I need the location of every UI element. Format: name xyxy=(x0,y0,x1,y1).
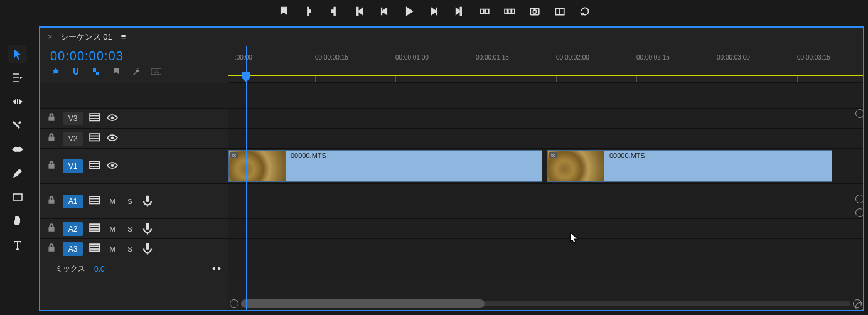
toggle-output-icon[interactable] xyxy=(89,133,100,144)
clip[interactable]: fx00000.MTS xyxy=(547,150,832,182)
lock-icon[interactable] xyxy=(46,112,56,125)
close-tab-button[interactable]: × xyxy=(48,32,53,41)
track-header-v3[interactable]: V3 xyxy=(40,108,228,128)
mix-label: ミックス xyxy=(55,264,85,274)
razor-tool[interactable] xyxy=(8,117,27,134)
linked-selection-icon[interactable] xyxy=(90,66,102,77)
track-height-handle[interactable] xyxy=(855,208,863,217)
lock-icon[interactable] xyxy=(46,243,56,255)
fx-badge-icon[interactable]: fx xyxy=(549,152,557,158)
eye-icon[interactable] xyxy=(107,113,118,124)
current-timecode[interactable]: 00:00:00:03 xyxy=(50,49,218,63)
snap-icon[interactable] xyxy=(70,66,82,77)
toggle-output-icon[interactable] xyxy=(89,243,100,255)
clip[interactable]: fx00000.MTS xyxy=(228,150,542,182)
tracks-area[interactable]: :00:0000:00:00:1500:00:01:0000:00:01:150… xyxy=(228,46,863,310)
zoom-out-handle[interactable] xyxy=(230,299,238,308)
voiceover-icon[interactable] xyxy=(142,243,153,255)
sequence-tab-label[interactable]: シーケンス 01 xyxy=(60,31,112,43)
hand-tool[interactable] xyxy=(8,212,27,230)
track-header-a1[interactable]: A1 M S xyxy=(40,183,228,218)
mark-in-button[interactable] xyxy=(303,5,315,18)
mark-out-button[interactable] xyxy=(328,5,340,18)
voiceover-icon[interactable] xyxy=(142,196,153,207)
add-marker-button[interactable] xyxy=(277,5,290,18)
step-forward-button[interactable] xyxy=(428,5,441,18)
toggle-output-icon[interactable] xyxy=(89,161,100,172)
mix-volume[interactable]: 0.0 xyxy=(94,265,105,274)
lock-icon[interactable] xyxy=(46,223,56,235)
track-label[interactable]: V3 xyxy=(63,112,83,125)
loop-button[interactable] xyxy=(579,5,591,18)
mute-button[interactable]: M xyxy=(107,223,118,235)
settings-wrench-icon[interactable] xyxy=(131,66,142,77)
nest-sequence-icon[interactable] xyxy=(50,66,62,77)
pen-tool[interactable] xyxy=(8,164,27,182)
track-header-a2[interactable]: A2 M S xyxy=(40,218,228,238)
track-row-v1[interactable]: fx00000.MTSfx00000.MTS xyxy=(228,148,863,183)
track-row-v2[interactable] xyxy=(228,128,863,148)
voiceover-icon[interactable] xyxy=(142,223,153,235)
track-height-handle[interactable] xyxy=(855,109,863,118)
track-label[interactable]: A2 xyxy=(63,222,83,236)
track-header-a3[interactable]: A3 M S xyxy=(40,238,228,259)
svg-point-19 xyxy=(111,137,114,140)
play-button[interactable] xyxy=(403,5,415,18)
lock-icon[interactable] xyxy=(46,160,56,173)
track-label[interactable]: A3 xyxy=(63,242,83,256)
scroll-track[interactable] xyxy=(241,301,850,306)
extract-button[interactable] xyxy=(503,5,516,18)
eye-icon[interactable] xyxy=(107,133,118,144)
zoom-in-handle[interactable] xyxy=(853,299,862,308)
track-headers: 00:00:00:03 xyxy=(40,46,228,310)
lift-button[interactable] xyxy=(478,5,491,18)
lock-icon[interactable] xyxy=(46,195,56,208)
time-ruler[interactable]: :00:0000:00:00:1500:00:01:0000:00:01:150… xyxy=(228,46,863,83)
toggle-output-icon[interactable] xyxy=(89,223,100,235)
horizontal-scrollbar[interactable] xyxy=(230,299,862,309)
mute-button[interactable]: M xyxy=(107,196,118,207)
track-row-v3[interactable] xyxy=(228,108,863,128)
expand-mix-icon[interactable] xyxy=(212,265,222,274)
track-label[interactable]: V1 xyxy=(63,159,83,173)
marker-toolbar-icon[interactable] xyxy=(110,66,122,77)
track-height-handle[interactable] xyxy=(855,195,863,203)
mix-track-header[interactable]: ミックス 0.0 xyxy=(40,259,228,279)
step-back-button[interactable] xyxy=(378,5,390,18)
solo-button[interactable]: S xyxy=(124,223,136,235)
track-label[interactable]: A1 xyxy=(63,195,83,208)
work-area-bar[interactable] xyxy=(228,75,863,76)
track-row-a2[interactable] xyxy=(228,218,863,238)
fx-badge-icon[interactable]: fx xyxy=(230,152,238,158)
ripple-edit-tool[interactable] xyxy=(8,93,27,110)
solo-button[interactable]: S xyxy=(124,196,136,207)
lock-icon[interactable] xyxy=(46,132,56,145)
track-row-a3[interactable] xyxy=(228,238,863,259)
track-header-v2[interactable]: V2 xyxy=(40,128,228,148)
track-header-v1[interactable]: V1 xyxy=(40,148,228,183)
selection-tool[interactable] xyxy=(8,45,27,63)
ruler-tick: 00:00:03:00 xyxy=(717,54,750,61)
track-label[interactable]: V2 xyxy=(63,132,83,146)
go-to-out-button[interactable] xyxy=(453,5,466,18)
rectangle-tool[interactable] xyxy=(8,188,27,206)
track-select-tool[interactable] xyxy=(8,69,27,87)
track-row-a1[interactable] xyxy=(228,183,863,218)
toggle-output-icon[interactable] xyxy=(89,113,100,124)
captions-icon[interactable]: CC xyxy=(151,66,162,77)
mute-button[interactable]: M xyxy=(107,243,118,255)
slip-tool[interactable] xyxy=(8,141,27,158)
type-tool[interactable] xyxy=(8,236,27,254)
go-to-in-button[interactable] xyxy=(353,5,365,18)
solo-button[interactable]: S xyxy=(124,243,136,255)
playhead[interactable] xyxy=(246,46,247,310)
svg-rect-2 xyxy=(505,9,508,14)
export-frame-button[interactable] xyxy=(528,5,541,18)
comparison-view-button[interactable] xyxy=(554,5,566,18)
panel-menu-button[interactable]: ≡ xyxy=(121,32,126,41)
svg-point-15 xyxy=(111,117,114,120)
track-row-mix[interactable] xyxy=(228,259,863,279)
eye-icon[interactable] xyxy=(107,161,118,172)
toggle-output-icon[interactable] xyxy=(89,196,100,207)
scroll-thumb[interactable] xyxy=(241,299,485,308)
